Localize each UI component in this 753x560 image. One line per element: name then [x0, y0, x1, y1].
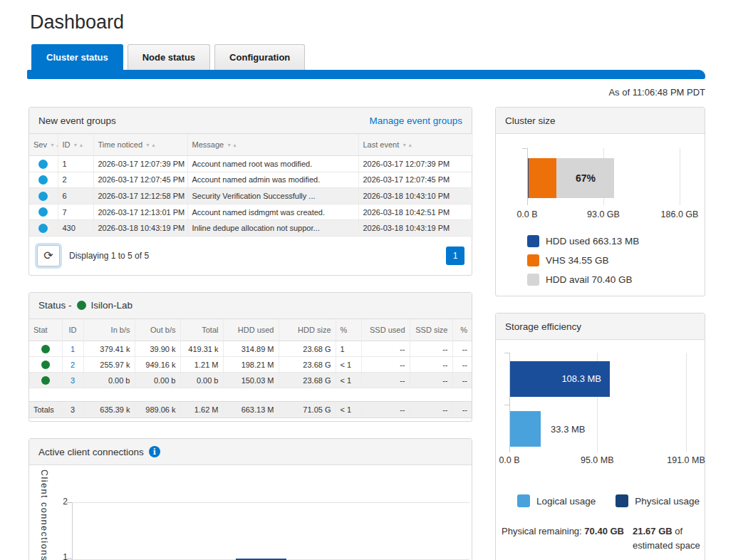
event-table-header: Sev▼▲ ID▼▲ Time noticed▼▲ Message▼▲ Last…: [29, 134, 473, 156]
legend-item: HDD avail 70.40 GB: [527, 274, 705, 286]
event-last: 2026-03-17 12:07:39 PM: [358, 156, 473, 172]
physical-usage-bar: 108.3 MB: [510, 361, 610, 397]
event-id: 430: [58, 220, 93, 237]
node-hdd-size: 23.68 G: [279, 341, 336, 356]
totals-label: Totals: [29, 402, 62, 418]
totals-ssd-pct: --: [452, 402, 472, 418]
col-ssd-used: SSD used: [361, 319, 410, 341]
totals-ssd-size: --: [410, 402, 452, 418]
event-row: 7 2026-03-17 12:13:01 PM Account named i…: [29, 204, 473, 220]
node-id-link[interactable]: 3: [71, 376, 75, 385]
node-status-dot-icon: [41, 376, 50, 385]
totals-row: Totals 3 635.39 k 989.06 k 1.62 M 663.13…: [29, 401, 472, 418]
axis-tick: [522, 148, 527, 149]
node-row: 2 255.97 k 949.16 k 1.21 M 198.21 M 23.6…: [29, 357, 472, 373]
event-row: 6 2026-03-17 12:12:58 PM Security Verifi…: [29, 188, 473, 204]
logical-usage-swatch: [517, 494, 530, 507]
event-time: 2026-03-17 12:07:45 PM: [93, 172, 187, 188]
event-time: 2026-03-18 10:43:19 PM: [93, 220, 187, 237]
active-client-connections-title: Active client connections: [38, 447, 144, 457]
col-hdd-used: HDD used: [223, 319, 279, 341]
col-last-event[interactable]: Last event▼▲: [358, 134, 473, 156]
legend-label: Physical usage: [635, 496, 700, 507]
totals-in: 635.39 k: [83, 402, 135, 418]
legend-item: Logical usage: [517, 494, 596, 507]
physical-usage-value: 108.3 MB: [510, 361, 610, 397]
manage-event-groups-link[interactable]: Manage event groups: [369, 115, 462, 126]
event-last: 2026-03-18 10:42:51 PM: [358, 204, 473, 220]
node-hdd-size: 23.68 G: [279, 373, 336, 388]
node-hdd-pct: < 1: [336, 373, 361, 388]
event-message: Account named admin was modified.: [187, 172, 358, 188]
cluster-size-title: Cluster size: [505, 115, 556, 126]
node-id-link[interactable]: 1: [71, 345, 75, 353]
totals-hdd-used: 663.13 M: [223, 402, 279, 418]
node-hdd-used: 314.89 M: [223, 341, 279, 356]
severity-dot-icon: [38, 224, 48, 233]
node-total: 1.21 M: [180, 357, 223, 373]
legend-item: VHS 34.55 GB: [527, 254, 705, 266]
event-last: 2026-03-18 10:43:19 PM: [358, 220, 473, 237]
node-out: 39.90 k: [135, 341, 180, 356]
pager-page-1-button[interactable]: 1: [446, 247, 464, 265]
col-stat: Stat: [29, 319, 62, 341]
node-ssd-pct: --: [452, 373, 472, 388]
event-id: 6: [58, 188, 93, 204]
physical-remaining-text: Physical remaining: 70.40 GB: [502, 524, 624, 552]
node-id-link[interactable]: 2: [71, 361, 75, 369]
col-time-noticed[interactable]: Time noticed▼▲: [93, 134, 187, 156]
stacked-usage-bar: 67%: [528, 158, 680, 198]
status-title-prefix: Status -: [38, 300, 72, 311]
node-total: 419.31 k: [180, 341, 223, 356]
chart-plot-area: [72, 502, 469, 560]
cluster-size-legend: HDD used 663.13 MB VHS 34.55 GB HDD avai…: [527, 235, 705, 286]
node-in: 255.97 k: [83, 357, 135, 373]
storage-efficiency-panel: Storage efficiency 108.3 MB 33.3 MB: [495, 313, 705, 560]
col-ssd-pct: %: [452, 319, 472, 341]
node-row: 1 379.41 k 39.90 k 419.31 k 314.89 M 23.…: [29, 341, 472, 356]
node-ssd-pct: --: [452, 341, 472, 356]
totals-hdd-size: 71.05 G: [279, 402, 336, 418]
event-time: 2026-03-17 12:12:58 PM: [93, 188, 187, 204]
refresh-button[interactable]: ⟳: [37, 245, 60, 266]
tab-configuration[interactable]: Configuration: [214, 44, 305, 70]
legend-label: VHS 34.55 GB: [546, 255, 609, 266]
hdd-avail-segment: 67%: [556, 158, 614, 198]
active-client-connections-panel: Active client connections i Client conne…: [28, 438, 472, 560]
tab-cluster-status[interactable]: Cluster status: [31, 44, 123, 70]
new-event-groups-title: New event groups: [38, 115, 116, 126]
event-message: Inline dedupe allocation not suppor...: [187, 220, 358, 237]
cluster-size-chart: 67% 0.0 B 93.0 GB 186.0 GB: [527, 147, 680, 221]
chart-y-axis-label: Client connections: [39, 470, 49, 560]
new-event-groups-panel: New event groups Manage event groups Sev…: [28, 107, 472, 276]
axis-tick: [504, 353, 509, 353]
node-in: 0.00 b: [83, 373, 135, 388]
physical-usage-swatch: [616, 494, 628, 507]
x-tick: 0.0 B: [499, 455, 519, 465]
node-hdd-used: 198.21 M: [223, 357, 279, 373]
col-hdd-pct: %: [336, 319, 361, 341]
event-time: 2026-03-17 12:13:01 PM: [93, 204, 187, 220]
y-tick-2: 2: [55, 497, 68, 507]
cluster-size-panel: Cluster size 67% 0.0 B 93.0 GB 186.0: [495, 107, 705, 296]
x-tick: 0.0 B: [516, 209, 537, 219]
col-sev[interactable]: Sev▼▲: [29, 134, 58, 156]
info-icon[interactable]: i: [149, 446, 160, 457]
event-last: 2026-03-17 12:07:45 PM: [358, 172, 473, 188]
col-ssd-size: SSD size: [410, 319, 452, 341]
tab-node-status[interactable]: Node status: [128, 44, 210, 70]
col-total: Total: [180, 319, 223, 341]
cluster-name: Isilon-Lab: [91, 300, 133, 311]
node-ssd-size: --: [410, 357, 452, 373]
col-id[interactable]: ID▼▲: [58, 134, 93, 156]
col-message[interactable]: Message▼▲: [187, 134, 358, 156]
node-ssd-pct: --: [452, 357, 472, 373]
cluster-health-dot-icon: [77, 301, 86, 310]
legend-item: HDD used 663.13 MB: [527, 235, 705, 247]
severity-dot-icon: [38, 160, 48, 169]
sort-icon: ▼▲: [402, 142, 413, 147]
node-status-dot-icon: [41, 345, 50, 353]
severity-dot-icon: [38, 175, 48, 185]
event-row: 430 2026-03-18 10:43:19 PM Inline dedupe…: [29, 220, 473, 237]
event-row: 2 2026-03-17 12:07:45 PM Account named a…: [29, 172, 473, 188]
